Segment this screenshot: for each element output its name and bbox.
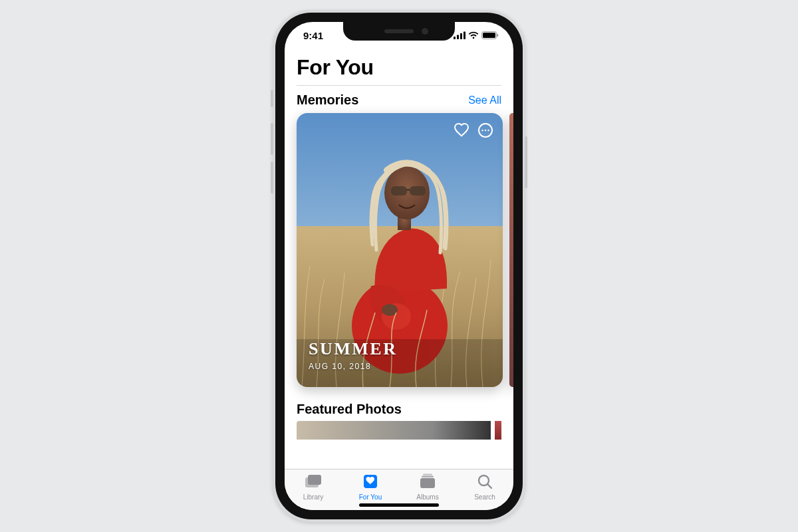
- svg-rect-0: [454, 37, 456, 39]
- screen: 9:41 For You Memories: [285, 22, 513, 510]
- svg-rect-27: [420, 478, 435, 488]
- volume-up-button: [271, 123, 273, 155]
- memory-card-date: AUG 10, 2018: [309, 362, 397, 371]
- volume-down-button: [271, 162, 273, 194]
- phone-frame: 9:41 For You Memories: [275, 13, 523, 519]
- svg-rect-14: [410, 186, 426, 196]
- wifi-icon: [468, 30, 479, 41]
- phone-device-mockup: 9:41 For You Memories: [273, 10, 525, 522]
- power-button: [525, 136, 527, 188]
- svg-rect-23: [308, 475, 321, 485]
- featured-thumb[interactable]: [297, 421, 491, 440]
- tab-albums[interactable]: Albums: [401, 473, 454, 501]
- memories-scroller[interactable]: SUMMER AUG 10, 2018: [285, 113, 513, 387]
- notch: [343, 22, 455, 41]
- search-icon: [477, 473, 493, 492]
- svg-rect-26: [422, 476, 434, 478]
- favorite-heart-icon[interactable]: [452, 121, 471, 140]
- svg-rect-25: [423, 474, 432, 475]
- albums-icon: [418, 473, 437, 492]
- library-icon: [304, 473, 323, 492]
- status-time: 9:41: [303, 30, 323, 41]
- svg-point-19: [481, 130, 483, 131]
- page-title: For You: [285, 49, 513, 85]
- featured-thumb-peek[interactable]: [495, 421, 501, 440]
- for-you-icon: [362, 473, 379, 492]
- speaker-grille: [384, 29, 414, 33]
- tab-label: For You: [359, 493, 382, 501]
- svg-rect-15: [406, 189, 410, 191]
- featured-section-title: Featured Photos: [297, 402, 402, 417]
- svg-rect-2: [460, 33, 462, 39]
- content-area[interactable]: For You Memories See All: [285, 49, 513, 469]
- more-options-icon[interactable]: [476, 121, 495, 140]
- svg-line-29: [487, 484, 491, 488]
- see-all-link[interactable]: See All: [468, 94, 501, 106]
- mute-switch: [271, 90, 273, 107]
- memories-section-header: Memories See All: [285, 86, 513, 113]
- tab-label: Search: [474, 493, 495, 501]
- cellular-signal-icon: [454, 30, 466, 41]
- battery-icon: [481, 30, 499, 41]
- memory-card[interactable]: SUMMER AUG 10, 2018: [297, 113, 503, 387]
- tab-label: Albums: [416, 493, 438, 501]
- tab-label: Library: [303, 493, 324, 501]
- memory-card-title: SUMMER: [309, 339, 397, 359]
- svg-rect-3: [464, 31, 466, 39]
- svg-rect-13: [391, 186, 407, 196]
- memories-section-title: Memories: [297, 92, 358, 108]
- svg-point-20: [485, 130, 486, 131]
- svg-rect-5: [483, 33, 495, 38]
- svg-rect-1: [457, 35, 459, 39]
- memory-card-next-peek[interactable]: [509, 113, 513, 387]
- svg-rect-6: [497, 34, 499, 37]
- featured-section-header: Featured Photos: [285, 387, 513, 421]
- svg-point-21: [487, 130, 489, 131]
- featured-photos-row[interactable]: [297, 421, 501, 440]
- tab-for-you[interactable]: For You: [344, 473, 397, 501]
- tab-library[interactable]: Library: [287, 473, 340, 501]
- tab-search[interactable]: Search: [458, 473, 511, 501]
- home-indicator[interactable]: [359, 503, 439, 507]
- front-camera: [422, 28, 428, 35]
